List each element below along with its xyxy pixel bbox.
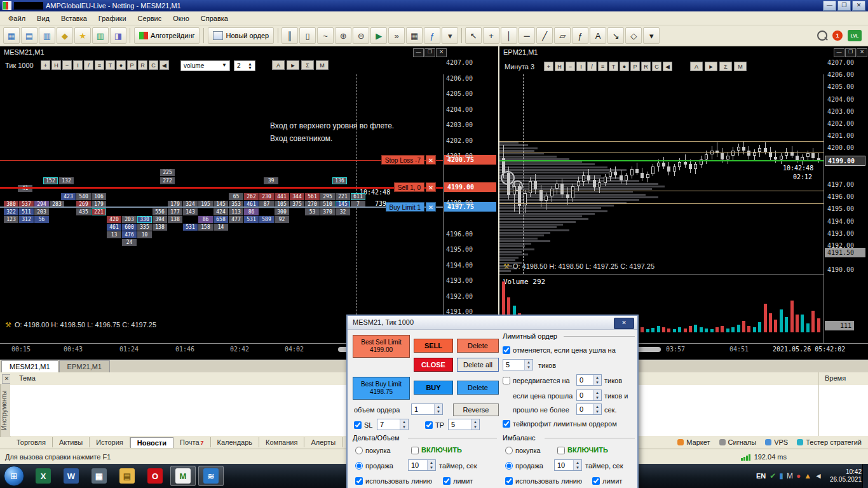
- chart-restore-button[interactable]: ❐: [424, 48, 435, 57]
- toolbox-tab-8[interactable]: Алерты: [304, 437, 342, 447]
- panel-button[interactable]: A: [272, 60, 285, 70]
- metatrader-icon[interactable]: M: [170, 466, 196, 486]
- limit-move-spinner[interactable]: 0▲▼: [576, 374, 602, 386]
- chart-minimize-button[interactable]: —: [834, 48, 844, 57]
- search-icon[interactable]: [817, 30, 827, 41]
- navigator-icon[interactable]: ◨: [110, 27, 126, 44]
- sell-button[interactable]: SELL: [414, 339, 453, 353]
- close-position-button[interactable]: CLOSE: [414, 358, 453, 372]
- horizontal-line-icon[interactable]: ─: [519, 27, 535, 44]
- opera-icon[interactable]: O: [142, 466, 168, 486]
- cluster-size-spinner[interactable]: 2▲▼: [234, 60, 255, 71]
- limit-passed-spinner[interactable]: 0▲▼: [576, 390, 602, 401]
- auto-scroll-icon[interactable]: ▶: [370, 27, 387, 44]
- imbalance-sell-radio[interactable]: [505, 462, 513, 470]
- toolbox-tab-6[interactable]: Календарь: [211, 437, 260, 447]
- chart-tool-button[interactable]: ◀: [159, 60, 169, 70]
- language-indicator[interactable]: EN: [756, 472, 766, 480]
- menu-tools[interactable]: Сервис: [132, 13, 168, 24]
- delta-enable-checkbox[interactable]: [411, 447, 419, 454]
- menu-view[interactable]: Вид: [31, 13, 55, 24]
- shapes-icon[interactable]: ◇: [625, 27, 642, 44]
- chart-shift-icon[interactable]: »: [388, 27, 405, 44]
- folder-icon[interactable]: ▤: [114, 466, 140, 486]
- panel-button[interactable]: A: [690, 62, 703, 71]
- price-axis-line[interactable]: [443, 74, 444, 343]
- tray-mt5-icon[interactable]: M: [787, 471, 793, 480]
- order-volume-spinner[interactable]: 1▲▼: [411, 403, 443, 415]
- chart-tool-button[interactable]: R: [641, 62, 651, 71]
- column-time[interactable]: Время: [825, 374, 846, 382]
- chart-tool-button[interactable]: ●: [116, 60, 126, 70]
- chart-restore-button[interactable]: ❐: [845, 48, 856, 57]
- panel-button[interactable]: ►: [287, 60, 299, 70]
- best-sell-limit-button[interactable]: Best Sell Limit4199.00: [353, 335, 410, 358]
- menu-insert[interactable]: Вставка: [55, 13, 93, 24]
- best-buy-limit-button[interactable]: Best Buy Limit4198.75: [353, 377, 410, 400]
- minimize-button[interactable]: —: [823, 1, 836, 11]
- order-line[interactable]: [0, 207, 443, 208]
- cursor-icon[interactable]: ↖: [465, 27, 482, 44]
- order-label[interactable]: Buy Limit 1: [386, 202, 424, 212]
- column-topic[interactable]: Тема: [19, 374, 36, 382]
- chart-tool-button[interactable]: C: [149, 60, 158, 70]
- order-close-icon[interactable]: ✕: [426, 155, 436, 165]
- restore-button[interactable]: ❐: [837, 1, 851, 11]
- new-order-button[interactable]: Новый ордер: [208, 27, 274, 44]
- tray-update-icon[interactable]: ▲: [804, 471, 811, 480]
- bars-chart-icon[interactable]: ║: [281, 27, 298, 44]
- delta-line-checkbox[interactable]: [355, 477, 363, 485]
- market-watch-icon[interactable]: ▥: [92, 27, 109, 44]
- limit-move-checkbox[interactable]: [503, 377, 510, 384]
- indicators-icon[interactable]: ƒ: [424, 27, 440, 44]
- dialog-title[interactable]: MESM21, Тик 1000: [348, 316, 637, 330]
- notifications-badge[interactable]: 1: [832, 30, 843, 41]
- chart-tool-button[interactable]: I: [576, 62, 586, 71]
- toolbox-vertical-tab[interactable]: Инструменты: [0, 384, 11, 437]
- crosshair-icon[interactable]: +: [483, 27, 499, 44]
- trendline-icon[interactable]: ╱: [536, 27, 553, 44]
- start-button[interactable]: ⊞: [4, 466, 24, 486]
- chart-close-button[interactable]: ✕: [857, 48, 867, 57]
- tab-mesm21[interactable]: MESM21,M1: [1, 360, 58, 372]
- chart-tool-button[interactable]: +: [41, 60, 50, 70]
- chart-tool-button[interactable]: P: [630, 62, 640, 71]
- wrench-icon[interactable]: ⚒: [5, 321, 11, 329]
- sl-checkbox[interactable]: [354, 421, 362, 429]
- reverse-button[interactable]: Reverse: [453, 403, 499, 416]
- tray-shield-icon[interactable]: ✔: [770, 471, 776, 480]
- chart-tool-button[interactable]: C: [652, 62, 661, 71]
- delta-buy-radio[interactable]: [355, 447, 363, 454]
- algotrading-button[interactable]: Алготрейдинг: [134, 27, 200, 44]
- chart-tool-button[interactable]: −: [62, 60, 72, 70]
- tray-volume-icon[interactable]: ◄: [815, 471, 822, 480]
- order-close-icon[interactable]: ✕: [426, 182, 436, 192]
- tray-network-icon[interactable]: ▮: [779, 471, 783, 480]
- service-Сигналы[interactable]: Сигналы: [719, 438, 757, 446]
- toolbox-tab-2[interactable]: Активы: [53, 437, 90, 447]
- tp-checkbox[interactable]: [425, 421, 433, 429]
- chart-window-icon[interactable]: ▤: [21, 27, 37, 44]
- delete-sell-button[interactable]: Delete: [457, 339, 499, 353]
- menu-charts[interactable]: Графики: [93, 13, 132, 24]
- new-chart-icon[interactable]: ▦: [3, 27, 20, 44]
- chart-tool-button[interactable]: /: [587, 62, 597, 71]
- panel-button[interactable]: M: [734, 62, 747, 71]
- chart-tool-button[interactable]: ≡: [95, 60, 104, 70]
- volume-select[interactable]: volume▼: [180, 60, 230, 71]
- order-close-icon[interactable]: ✕: [426, 202, 436, 212]
- tile-windows-icon[interactable]: ▥: [39, 27, 55, 44]
- imbalance-buy-radio[interactable]: [505, 447, 513, 454]
- buy-button[interactable]: BUY: [414, 381, 453, 395]
- close-button[interactable]: ✕: [852, 1, 865, 11]
- chart-tool-button[interactable]: /: [84, 60, 93, 70]
- tp-spinner[interactable]: 5▲▼: [448, 419, 480, 430]
- imbalance-enable-checkbox[interactable]: [557, 447, 565, 454]
- candles-chart-icon[interactable]: ▯: [299, 27, 316, 44]
- zoom-out-icon[interactable]: ⊖: [353, 27, 369, 44]
- chart-tool-button[interactable]: ◀: [663, 62, 672, 71]
- arrows-icon[interactable]: ↘: [607, 27, 624, 44]
- profiles-icon[interactable]: ◆: [57, 27, 73, 44]
- chart-tool-button[interactable]: H: [555, 62, 564, 71]
- line-chart-icon[interactable]: ~: [317, 27, 334, 44]
